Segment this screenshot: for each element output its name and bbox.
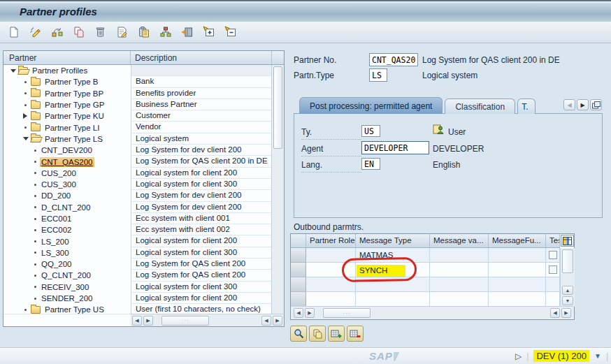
cell-partner-role[interactable]: [306, 263, 356, 277]
tree-item[interactable]: CUS_200 Logical system for client 200: [3, 168, 271, 179]
table-row[interactable]: MATMAS: [291, 248, 560, 263]
tree-expander-icon[interactable]: [21, 126, 30, 129]
agent-field[interactable]: [361, 141, 429, 154]
cell-message-variant[interactable]: [430, 248, 489, 263]
col-message-function[interactable]: MessageFu...: [489, 234, 546, 247]
col-partner-role[interactable]: Partner Role: [306, 234, 356, 247]
change-icon[interactable]: [28, 25, 43, 39]
tree-expander-icon[interactable]: [31, 161, 40, 163]
table-hscroll-thumb[interactable]: ···: [323, 308, 371, 318]
tree-expander-icon[interactable]: [31, 150, 40, 152]
table-row[interactable]: [291, 277, 560, 292]
tree-item[interactable]: ECC001 Ecc system with client 001: [3, 213, 271, 224]
tree-item[interactable]: CNT_DEV200 Log System for dev client 200: [3, 145, 271, 156]
copy-icon[interactable]: [71, 25, 86, 39]
partner-type-field[interactable]: [369, 68, 387, 82]
table-row[interactable]: [291, 292, 560, 307]
scroll-left-icon[interactable]: ◀: [294, 308, 303, 318]
table-horizontal-scrollbar[interactable]: ◀ ▶ ··· ◀ ▶: [291, 306, 574, 319]
tab-truncated[interactable]: T.: [517, 99, 535, 114]
tab-overview-icon[interactable]: [590, 99, 602, 110]
tree-expander-icon[interactable]: [31, 229, 40, 231]
hierarchy-icon[interactable]: [158, 25, 173, 39]
tab-post-processing[interactable]: Post processing: permitted agent: [299, 97, 443, 114]
system-client-indicator[interactable]: DEV (1) 200: [533, 350, 589, 362]
tree-expander-icon[interactable]: [31, 298, 40, 300]
tree-horizontal-scrollbar[interactable]: ◀ ▶ ··· ◀ ▶: [131, 314, 284, 326]
cell-message-type[interactable]: [356, 277, 430, 292]
tree-expander-icon[interactable]: [31, 184, 40, 186]
tree-item[interactable]: Partner Profiles: [3, 65, 271, 76]
tree-item[interactable]: Partner Type GP Business Partner: [3, 99, 271, 110]
copy-as-icon[interactable]: [50, 25, 64, 39]
tree-item[interactable]: Partner Type LI Vendor: [3, 122, 271, 133]
row-selector[interactable]: [291, 248, 306, 263]
scroll-down-icon[interactable]: ▼: [562, 296, 573, 305]
cell-message-function[interactable]: [489, 248, 546, 263]
tab-scroll-left-icon[interactable]: ◀: [563, 99, 575, 110]
tree-item[interactable]: DD_200 Log System for dev client 200: [3, 190, 271, 201]
tab-scroll-right-icon[interactable]: ▶: [577, 99, 589, 110]
test-checkbox[interactable]: [549, 251, 557, 259]
tree-expander-icon[interactable]: [21, 81, 30, 83]
scroll-right-icon[interactable]: ▶: [143, 316, 153, 326]
tree-item[interactable]: Partner Type B Bank: [3, 76, 271, 87]
row-selector[interactable]: [291, 277, 306, 292]
collapse-all-icon[interactable]: [223, 25, 238, 39]
tree-expander-icon[interactable]: [21, 92, 30, 94]
scroll-right-icon[interactable]: ▶: [305, 308, 315, 318]
expand-all-icon[interactable]: [201, 25, 216, 39]
tree-item[interactable]: QQ_200 Log System for QAS client 200: [3, 259, 271, 270]
tree-item[interactable]: Partner Type US User (first 10 character…: [3, 304, 271, 314]
row-selector[interactable]: [291, 263, 306, 277]
scroll-left-icon[interactable]: ◀: [261, 316, 271, 326]
tree-item[interactable]: Partner Type KU Customer: [3, 110, 271, 122]
tree-expander-icon[interactable]: [31, 263, 40, 265]
cell-message-function[interactable]: [489, 263, 546, 277]
tree-expander-icon[interactable]: [31, 195, 40, 197]
tree-expander-icon[interactable]: [31, 206, 40, 208]
table-settings-icon[interactable]: [561, 235, 574, 247]
tree-expander-icon[interactable]: [21, 104, 30, 106]
tree-expander-icon[interactable]: [8, 66, 17, 75]
scroll-left-icon[interactable]: ◀: [550, 308, 560, 318]
scroll-right-icon[interactable]: ▶: [273, 316, 282, 326]
cell-partner-role[interactable]: [306, 277, 356, 292]
col-message-type[interactable]: Message Type: [356, 234, 430, 247]
cell-message-variant[interactable]: [430, 277, 489, 292]
tree-expander-icon[interactable]: [21, 134, 30, 143]
tree-expander-icon[interactable]: [21, 309, 30, 311]
delete-icon[interactable]: [93, 25, 108, 39]
tree-vscroll-thumb[interactable]: [273, 66, 282, 149]
cell-message-type[interactable]: SYNCH: [356, 263, 430, 277]
status-dropdown-icon[interactable]: ▼: [594, 352, 601, 360]
col-test[interactable]: Test: [546, 234, 560, 247]
tree-item[interactable]: RECEIV_300 Logical system for client 300: [3, 282, 271, 293]
cell-message-type[interactable]: [356, 292, 430, 307]
tree-hscroll-thumb[interactable]: ···: [161, 316, 209, 326]
tree-item[interactable]: CNT_QAS200 Log System for QAS client 200…: [3, 156, 271, 167]
tree-expander-icon[interactable]: [31, 252, 40, 254]
tree-item[interactable]: SENDER_200 Logical system for client 200: [3, 293, 271, 304]
tree-expander-icon[interactable]: [31, 240, 40, 242]
tree-item[interactable]: D_CLNT_200 Log System for dev client 200: [3, 202, 271, 213]
tree-expander-icon[interactable]: [31, 172, 40, 174]
delete-row-icon[interactable]: [347, 326, 364, 342]
copy-entry-icon[interactable]: [309, 326, 326, 342]
row-selector[interactable]: [291, 292, 306, 307]
cell-message-type[interactable]: MATMAS: [356, 248, 430, 263]
cell-message-variant[interactable]: [430, 263, 489, 277]
display-entry-icon[interactable]: [290, 326, 307, 342]
tree-item[interactable]: LS_300 Logical system for client 300: [3, 247, 271, 259]
partner-no-field[interactable]: [369, 53, 418, 66]
tree-item[interactable]: CUS_300 Logical system for client 300: [3, 179, 271, 190]
col-message-variant[interactable]: Message va...: [430, 234, 489, 247]
tree-vertical-scrollbar[interactable]: [271, 65, 284, 314]
cell-message-function[interactable]: [489, 277, 546, 292]
tree-expander-icon[interactable]: [31, 218, 40, 220]
status-expand-icon[interactable]: ▷: [515, 351, 522, 361]
scroll-left-icon[interactable]: ◀: [132, 316, 142, 326]
transport-icon[interactable]: [180, 25, 194, 39]
documentation-icon[interactable]: [136, 25, 151, 39]
tree-item[interactable]: LS_200 Logical system for client 200: [3, 235, 271, 247]
